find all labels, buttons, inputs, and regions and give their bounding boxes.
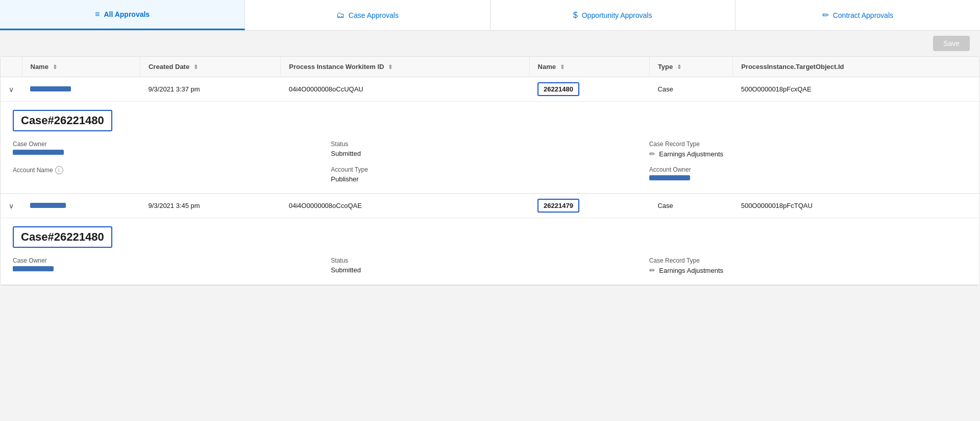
label-account-type-1: Account Type	[331, 166, 649, 173]
expand-button-2[interactable]: ∨	[9, 202, 14, 210]
value-record-type-1: ✏ Earnings Adjustments	[649, 150, 967, 158]
toolbar: Save	[0, 31, 980, 56]
highlight-name2-2: 26221479	[537, 199, 579, 213]
field-case-owner-2: Case Owner	[13, 257, 331, 274]
field-grid-2: Case Owner Status	[13, 257, 967, 274]
table-wrapper: Name ⇕ Created Date ⇕ Process Instance W…	[0, 56, 980, 286]
label-record-type-2: Case Record Type	[649, 257, 967, 264]
expand-button-1[interactable]: ∨	[9, 85, 14, 93]
label-status-1: Status	[331, 141, 649, 148]
name-cell-2	[22, 194, 140, 218]
table-header-row: Name ⇕ Created Date ⇕ Process Instance W…	[1, 57, 979, 77]
th-expand	[1, 57, 22, 77]
expanded-row-2: Case#26221480 Case Owner	[1, 218, 979, 285]
th-name2[interactable]: Name ⇕	[529, 57, 649, 77]
table-row: ∨ 9/3/2021 3:45 pm 04i4O0000008oCcoQAE 2…	[1, 194, 979, 218]
tab-bar: ≡ All Approvals 🗂 Case Approvals $ Oppor…	[0, 0, 980, 31]
sort-icon-type: ⇕	[677, 64, 681, 70]
highlight-name2-1: 26221480	[537, 82, 579, 96]
list-icon: ≡	[95, 10, 100, 19]
redacted-name-1	[30, 86, 71, 91]
th-process-target: ProcessInstance.TargetObject.Id	[733, 57, 979, 77]
value-account-owner-1	[649, 175, 967, 180]
expanded-panel-1: Case#26221480 Case Owner	[1, 102, 979, 193]
sort-icon-created-date: ⇕	[193, 64, 198, 70]
tab-all-label: All Approvals	[104, 10, 150, 18]
edit-icon-1: ✏	[649, 150, 655, 158]
field-grid-1: Case Owner Status	[13, 141, 967, 183]
sort-icon-workitem: ⇕	[388, 64, 393, 70]
label-account-name-1: Account Name i	[13, 166, 331, 174]
expanded-content-1: Case#26221480 Case Owner	[1, 102, 979, 194]
case-icon: 🗂	[336, 11, 345, 20]
label-case-owner-1: Case Owner	[13, 141, 331, 148]
workitem-id-cell-2: 04i4O0000008oCcoQAE	[281, 194, 529, 218]
value-case-owner-2	[13, 266, 331, 271]
process-target-cell-2: 500O0000018pFcTQAU	[733, 194, 979, 218]
tab-all-approvals[interactable]: ≡ All Approvals	[0, 0, 245, 30]
redacted-name-2	[30, 203, 66, 208]
expanded-content-2: Case#26221480 Case Owner	[1, 218, 979, 285]
tab-opportunity-approvals[interactable]: $ Opportunity Approvals	[491, 0, 736, 30]
redacted-owner-1	[13, 150, 64, 155]
value-account-type-1: Publisher	[331, 175, 649, 183]
label-case-owner-2: Case Owner	[13, 257, 331, 264]
created-date-cell-2: 9/3/2021 3:45 pm	[140, 194, 280, 218]
case-header-2: Case#26221480	[13, 226, 112, 248]
expand-cell-2: ∨	[1, 194, 22, 218]
tab-contract-approvals[interactable]: ✏ Contract Approvals	[736, 0, 980, 30]
label-status-2: Status	[331, 257, 649, 264]
value-status-2: Submitted	[331, 266, 649, 274]
field-account-owner-1: Account Owner	[649, 166, 967, 183]
field-account-type-1: Account Type Publisher	[331, 166, 649, 183]
value-record-type-2: ✏ Earnings Adjustments	[649, 266, 967, 274]
th-type[interactable]: Type ⇕	[649, 57, 732, 77]
process-target-cell-1: 500O0000018pFcxQAE	[733, 77, 979, 102]
created-date-cell-1: 9/3/2021 3:37 pm	[140, 77, 280, 102]
field-account-name-1: Account Name i	[13, 166, 331, 183]
workitem-id-cell-1: 04i4O0000008oCcUQAU	[281, 77, 529, 102]
tab-contract-label: Contract Approvals	[833, 11, 893, 19]
type-cell-1: Case	[649, 77, 732, 102]
value-status-1: Submitted	[331, 150, 649, 157]
th-workitem-id[interactable]: Process Instance Workitem ID ⇕	[281, 57, 529, 77]
label-account-owner-1: Account Owner	[649, 166, 967, 173]
name2-cell-1: 26221480	[529, 77, 649, 102]
tab-case-approvals[interactable]: 🗂 Case Approvals	[245, 0, 490, 30]
expanded-row-1: Case#26221480 Case Owner	[1, 102, 979, 194]
name-cell-1	[22, 77, 140, 102]
edit-icon-2: ✏	[649, 266, 655, 274]
expanded-panel-2: Case#26221480 Case Owner	[1, 218, 979, 285]
sort-icon-name: ⇕	[53, 64, 57, 70]
sort-icon-name2: ⇕	[560, 64, 565, 70]
name2-cell-2: 26221479	[529, 194, 649, 218]
info-icon-account-name: i	[55, 166, 63, 174]
edit-tab-icon: ✏	[822, 10, 829, 20]
field-status-2: Status Submitted	[331, 257, 649, 274]
tab-opportunity-label: Opportunity Approvals	[582, 11, 652, 19]
approvals-table: Name ⇕ Created Date ⇕ Process Instance W…	[0, 56, 980, 286]
label-record-type-1: Case Record Type	[649, 141, 967, 148]
redacted-owner-2	[13, 266, 54, 271]
redacted-account-owner-1	[649, 175, 690, 180]
save-button[interactable]: Save	[933, 36, 970, 51]
case-header-1: Case#26221480	[13, 110, 112, 131]
field-case-owner-1: Case Owner	[13, 141, 331, 158]
field-record-type-2: Case Record Type ✏ Earnings Adjustments	[649, 257, 967, 274]
tab-case-label: Case Approvals	[349, 11, 399, 19]
dollar-icon: $	[573, 11, 578, 20]
type-cell-2: Case	[649, 194, 732, 218]
th-name[interactable]: Name ⇕	[22, 57, 140, 77]
field-status-1: Status Submitted	[331, 141, 649, 158]
field-record-type-1: Case Record Type ✏ Earnings Adjustments	[649, 141, 967, 158]
th-created-date[interactable]: Created Date ⇕	[140, 57, 280, 77]
table-row: ∨ 9/3/2021 3:37 pm 04i4O0000008oCcUQAU 2…	[1, 77, 979, 102]
expand-cell-1: ∨	[1, 77, 22, 102]
value-case-owner-1	[13, 150, 331, 155]
